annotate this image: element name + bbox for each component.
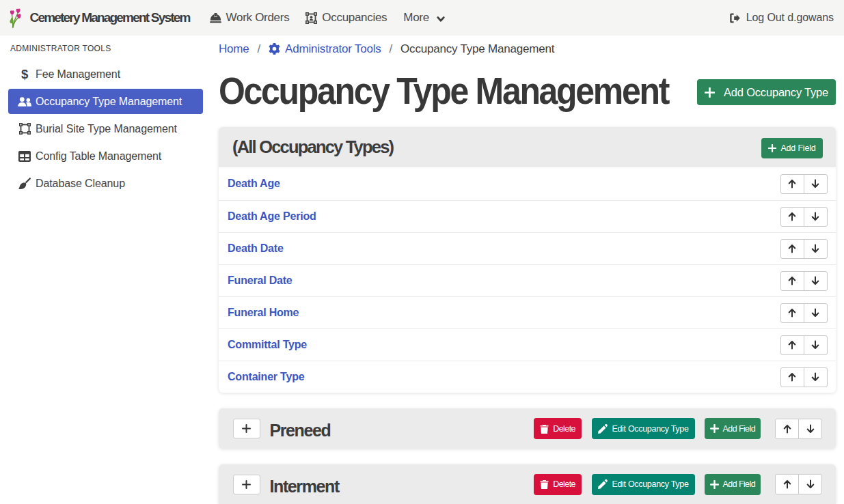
svg-text:$: $ bbox=[21, 68, 29, 81]
